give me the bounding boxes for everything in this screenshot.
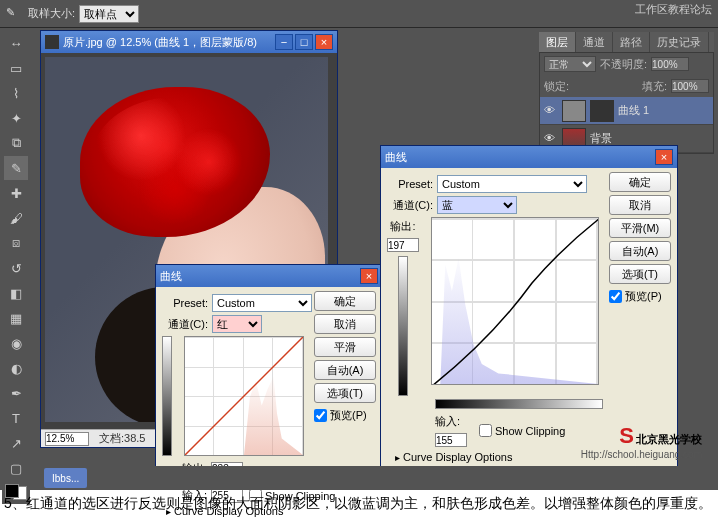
tool-palette: ↔ ▭ ⌇ ✦ ⧉ ✎ ✚ 🖌 ⧇ ↺ ◧ ▦ ◉ ◐ ✒ T ↗ ▢ (2, 30, 30, 504)
show-clipping-check[interactable]: Show Clipping (479, 424, 565, 437)
brush-tool[interactable]: 🖌 (4, 206, 28, 230)
fill-input[interactable] (671, 79, 709, 93)
crop-tool[interactable]: ⧉ (4, 131, 28, 155)
visibility-icon[interactable]: 👁 (544, 132, 558, 146)
document-taskbar: Ibbs... (42, 466, 718, 490)
auto-button[interactable]: 自动(A) (314, 360, 376, 380)
doc-icon (45, 35, 59, 49)
blur-tool[interactable]: ◉ (4, 331, 28, 355)
marquee-tool[interactable]: ▭ (4, 56, 28, 80)
preset-label: Preset: (162, 297, 208, 309)
workspace-label[interactable]: 工作区教程论坛 (635, 2, 712, 17)
layers-panel: 图层 通道 路径 历史记录 正常 不透明度: 锁定: 填充: 👁 曲线 1 (539, 32, 714, 154)
curve-graph[interactable] (431, 217, 599, 385)
svg-line-0 (185, 337, 303, 455)
close-button[interactable]: × (360, 268, 378, 284)
channel-label: 通道(C): (387, 198, 433, 213)
options-bar: ✎ 取样大小: 取样点 工作区教程论坛 (0, 0, 718, 28)
close-button[interactable]: × (655, 149, 673, 165)
preset-select[interactable]: Custom (437, 175, 587, 193)
dodge-tool[interactable]: ◐ (4, 356, 28, 380)
tab-history[interactable]: 历史记录 (650, 32, 709, 52)
preview-check[interactable]: 预览(P) (609, 289, 671, 304)
output-gradient (398, 256, 408, 396)
close-button[interactable]: × (315, 34, 333, 50)
output-field[interactable] (387, 238, 419, 252)
doc-title: 原片.jpg @ 12.5% (曲线 1，图层蒙版/8) (63, 35, 257, 50)
tab-layers[interactable]: 图层 (539, 32, 576, 52)
options-button[interactable]: 选项(T) (609, 264, 671, 284)
doc-title-bar[interactable]: 原片.jpg @ 12.5% (曲线 1，图层蒙版/8) − □ × (41, 31, 337, 53)
cancel-button[interactable]: 取消 (314, 314, 376, 334)
move-tool[interactable]: ↔ (4, 31, 28, 55)
blend-mode-select[interactable]: 正常 (544, 56, 596, 72)
ok-button[interactable]: 确定 (609, 172, 671, 192)
gradient-tool[interactable]: ▦ (4, 306, 28, 330)
tab-channels[interactable]: 通道 (576, 32, 613, 52)
stamp-tool[interactable]: ⧇ (4, 231, 28, 255)
tab-paths[interactable]: 路径 (613, 32, 650, 52)
ok-button[interactable]: 确定 (314, 291, 376, 311)
opacity-input[interactable] (651, 57, 689, 71)
lock-label: 锁定: (544, 79, 569, 94)
dlg-title-bar[interactable]: 曲线 × (381, 146, 677, 168)
sample-size-select[interactable]: 取样点 (79, 5, 139, 23)
channel-select[interactable]: 蓝 (437, 196, 517, 214)
type-tool[interactable]: T (4, 406, 28, 430)
eyedropper-icon: ✎ (6, 6, 22, 22)
layer-thumb (562, 100, 586, 122)
layer-mask-thumb (590, 100, 614, 122)
options-button[interactable]: 选项(T) (314, 383, 376, 403)
lasso-tool[interactable]: ⌇ (4, 81, 28, 105)
layer-name: 背景 (590, 131, 612, 146)
channel-label: 通道(C): (162, 317, 208, 332)
pen-tool[interactable]: ✒ (4, 381, 28, 405)
preset-label: Preset: (387, 178, 433, 190)
path-tool[interactable]: ↗ (4, 431, 28, 455)
wand-tool[interactable]: ✦ (4, 106, 28, 130)
dlg-title: 曲线 (385, 150, 407, 165)
taskbar-item[interactable]: Ibbs... (44, 468, 87, 488)
opacity-label: 不透明度: (600, 57, 647, 72)
input-gradient (435, 399, 603, 409)
eraser-tool[interactable]: ◧ (4, 281, 28, 305)
logo-icon: S (619, 423, 634, 448)
filesize-label: 文档:38.5 (99, 431, 145, 446)
dlg-title-bar[interactable]: 曲线 × (156, 265, 382, 287)
dlg-title: 曲线 (160, 269, 182, 284)
auto-button[interactable]: 自动(A) (609, 241, 671, 261)
input-field[interactable] (435, 433, 467, 447)
smooth-button[interactable]: 平滑(M) (609, 218, 671, 238)
visibility-icon[interactable]: 👁 (544, 104, 558, 118)
healing-tool[interactable]: ✚ (4, 181, 28, 205)
channel-select[interactable]: 红 (212, 315, 262, 333)
history-brush-tool[interactable]: ↺ (4, 256, 28, 280)
preset-select[interactable]: Custom (212, 294, 312, 312)
sample-size-label: 取样大小: (28, 6, 75, 21)
preview-check[interactable]: 预览(P) (314, 408, 376, 423)
fill-label: 填充: (642, 79, 667, 94)
layer-name: 曲线 1 (618, 103, 649, 118)
minimize-button[interactable]: − (275, 34, 293, 50)
curve-graph[interactable] (184, 336, 304, 456)
maximize-button[interactable]: □ (295, 34, 313, 50)
tutorial-caption: 5、红通道的选区进行反选则是图像的大面积阴影区，以微蓝调为主，和肤色形成色差。以… (4, 494, 714, 512)
shape-tool[interactable]: ▢ (4, 456, 28, 480)
cancel-button[interactable]: 取消 (609, 195, 671, 215)
curves-dialog-1: 曲线 × Preset: Custom 通道(C): 红 输出: (155, 264, 383, 488)
zoom-input[interactable] (45, 432, 89, 446)
eyedropper-tool[interactable]: ✎ (4, 156, 28, 180)
layer-row[interactable]: 👁 曲线 1 (540, 97, 713, 125)
output-gradient (162, 336, 172, 456)
smooth-button[interactable]: 平滑 (314, 337, 376, 357)
watermark: S北京黑光学校 Http://school.heiguang.com (581, 423, 702, 460)
